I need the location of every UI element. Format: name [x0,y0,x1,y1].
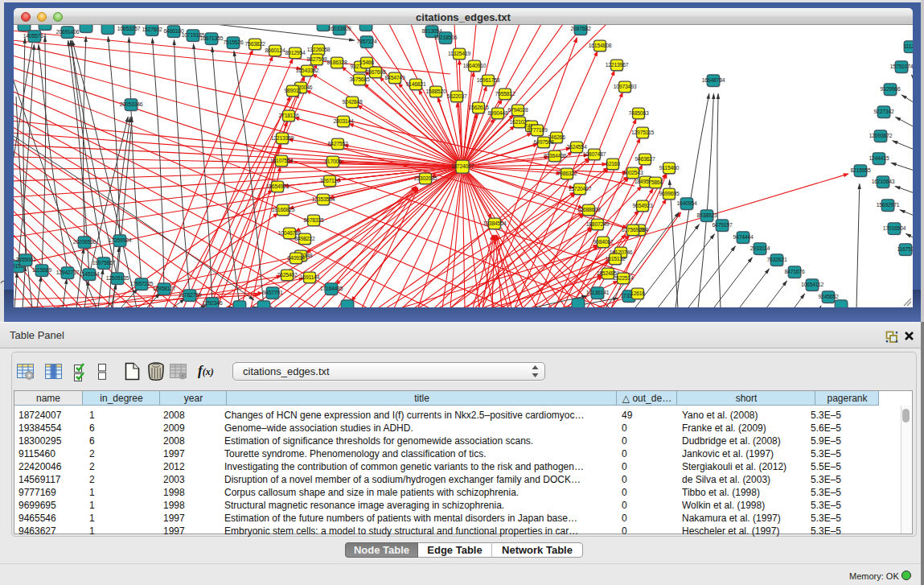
svg-text:7625402: 7625402 [277,272,297,278]
svg-text:3267110: 3267110 [320,178,340,183]
svg-text:10756928: 10756928 [622,227,645,233]
svg-text:15692971: 15692971 [877,202,900,208]
svg-text:18640910: 18640910 [463,63,487,68]
svg-text:9699695: 9699695 [659,191,679,196]
svg-text:15466: 15466 [359,60,374,65]
svg-text:1145194: 1145194 [80,271,100,277]
svg-text:8471676: 8471676 [784,269,804,274]
svg-text:2522514: 2522514 [613,275,633,281]
svg-text:16958127: 16958127 [153,286,176,291]
svg-text:9827508: 9827508 [306,56,326,62]
svg-text:1292346: 1292346 [202,300,222,306]
svg-text:16782759: 16782759 [179,292,202,298]
svg-text:9227342: 9227342 [873,109,893,114]
svg-text:10973493: 10973493 [614,84,637,89]
svg-text:17957225: 17957225 [130,281,154,286]
svg-text:8454749: 8454749 [384,75,405,80]
svg-text:19218506: 19218506 [434,35,458,40]
svg-text:12616: 12616 [630,290,645,296]
svg-text:12353594: 12353594 [312,196,335,202]
svg-text:7955812: 7955812 [495,91,515,97]
svg-text:6479197: 6479197 [712,222,732,228]
svg-text:20691406: 20691406 [56,29,80,35]
svg-text:8215955: 8215955 [850,167,870,173]
svg-text:1615132: 1615132 [605,256,625,262]
svg-text:18807249: 18807249 [586,221,610,227]
svg-text:7515526: 7515526 [223,39,243,45]
svg-text:9242848: 9242848 [342,99,362,105]
svg-text:9457791: 9457791 [262,290,282,295]
svg-text:8660124: 8660124 [265,47,285,53]
svg-text:1115689: 1115689 [32,267,51,273]
svg-text:1691144: 1691144 [300,274,320,280]
svg-text:10046788: 10046788 [278,230,302,236]
svg-text:1588520: 1588520 [425,89,446,94]
svg-text:1002543: 1002543 [622,170,643,175]
svg-text:12213369: 12213369 [271,135,294,141]
svg-text:17164485: 17164485 [320,286,343,291]
svg-text:8990448: 8990448 [487,110,507,116]
svg-text:1562615: 1562615 [468,105,488,110]
svg-text:17016504: 17016504 [883,225,906,231]
svg-text:7632621: 7632621 [766,257,786,262]
svg-text:7485063: 7485063 [628,110,648,116]
svg-text:11325419: 11325419 [448,51,471,56]
svg-text:23302035: 23302035 [414,175,437,181]
svg-text:20053346: 20053346 [120,101,143,107]
svg-text:6497568: 6497568 [533,139,553,145]
svg-text:9474444: 9474444 [733,234,753,240]
svg-text:16210643: 16210643 [872,179,895,184]
svg-text:116753: 116753 [897,246,913,252]
svg-text:2867608: 2867608 [365,69,385,75]
svg-text:14055714: 14055714 [23,33,47,39]
svg-text:15720407: 15720407 [569,186,592,192]
svg-text:9463627: 9463627 [634,156,655,162]
svg-text:2087682: 2087682 [570,26,590,31]
svg-text:17359924: 17359924 [109,237,132,243]
svg-text:16033809: 16033809 [328,26,351,31]
svg-text:1244415: 1244415 [869,155,889,161]
svg-text:989011: 989011 [285,88,302,93]
svg-text:9777169: 9777169 [527,127,547,133]
svg-text:9084067: 9084067 [593,239,613,245]
svg-text:5322037: 5322037 [446,93,466,99]
svg-text:10807487: 10807487 [583,151,606,157]
svg-text:6794028: 6794028 [507,107,528,113]
svg-text:12942737: 12942737 [56,270,80,275]
svg-text:20206536: 20206536 [73,239,97,245]
svg-text:1640954: 1640954 [676,200,696,206]
svg-text:16671355: 16671355 [200,35,224,41]
svg-text:2655061: 2655061 [15,257,35,262]
svg-text:417006: 417006 [324,159,342,164]
svg-text:3675685: 3675685 [349,76,369,82]
svg-text:12505135: 12505135 [106,275,129,281]
svg-text:19166825: 19166825 [272,207,295,212]
svg-text:9329966: 9329966 [880,86,900,92]
svg-text:8186328: 8186328 [326,60,347,65]
svg-text:18724007: 18724007 [451,163,474,169]
svg-text:2718126: 2718126 [278,113,298,118]
svg-text:8678335: 8678335 [303,217,323,223]
svg-text:15751074: 15751074 [890,64,913,69]
svg-text:19975867: 19975867 [92,260,116,266]
svg-text:14136141: 14136141 [586,290,610,295]
svg-text:7986322: 7986322 [556,171,577,176]
svg-text:19384554: 19384554 [483,220,507,226]
svg-text:16107554: 16107554 [270,158,294,163]
svg-text:75864: 75864 [648,179,663,185]
svg-text:13226058: 13226058 [307,47,331,52]
svg-text:19654923: 19654923 [266,183,290,189]
svg-text:2803144: 2803144 [333,118,353,124]
svg-text:8938923: 8938923 [696,212,717,218]
svg-text:8912954: 8912954 [285,50,305,56]
svg-text:16154808: 16154808 [589,43,612,48]
svg-text:9115460: 9115460 [659,165,680,171]
svg-text:9146821: 9146821 [405,81,425,87]
svg-text:7563822: 7563822 [244,41,265,47]
svg-text:3624554: 3624554 [566,144,586,150]
svg-text:10654112: 10654112 [801,282,824,287]
svg-text:16648784: 16648784 [702,77,725,83]
svg-text:10653257: 10653257 [117,26,141,31]
svg-text:7357224: 7357224 [356,39,376,44]
svg-text:11124: 11124 [904,43,913,49]
